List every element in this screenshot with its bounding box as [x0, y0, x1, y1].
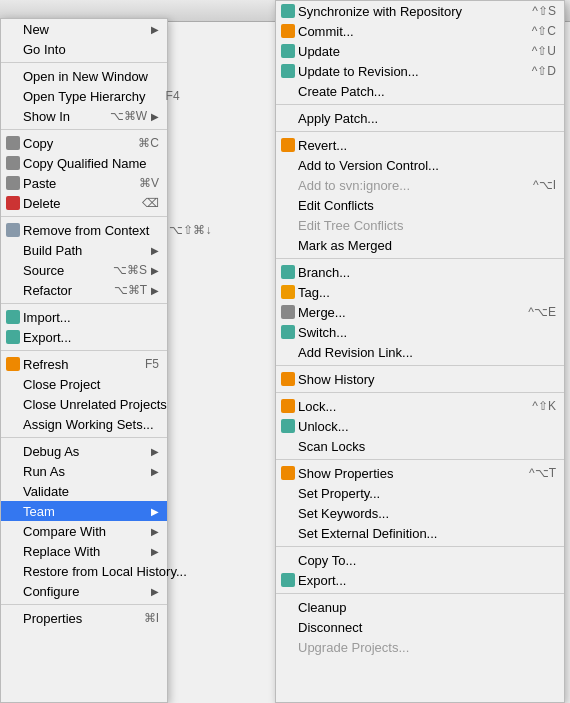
- right-menu-item-add-revision-link[interactable]: Add Revision Link...: [276, 342, 564, 362]
- shortcut-source: ⌥⌘S: [113, 263, 147, 277]
- right-separator: [276, 131, 564, 132]
- menu-item-build-path[interactable]: Build Path▶: [1, 240, 167, 260]
- menu-label-close-project: Close Project: [23, 377, 100, 392]
- menu-item-close-project[interactable]: Close Project: [1, 374, 167, 394]
- copy-icon: [5, 155, 21, 171]
- switch-icon: [280, 324, 296, 340]
- right-menu-item-show-history[interactable]: Show History: [276, 369, 564, 389]
- menu-item-validate[interactable]: Validate: [1, 481, 167, 501]
- right-menu-item-apply-patch[interactable]: Apply Patch...: [276, 108, 564, 128]
- delete-icon: [5, 195, 21, 211]
- menu-item-restore-from-local-history[interactable]: Restore from Local History...: [1, 561, 167, 581]
- right-menu-item-revert[interactable]: Revert...: [276, 135, 564, 155]
- right-menu-item-unlock[interactable]: Unlock...: [276, 416, 564, 436]
- right-menu-item-merge[interactable]: Merge...^⌥E: [276, 302, 564, 322]
- right-menu-item-update-to-revision[interactable]: Update to Revision...^⇧D: [276, 61, 564, 81]
- right-menu-label-update-to-revision: Update to Revision...: [298, 64, 419, 79]
- right-menu-item-switch[interactable]: Switch...: [276, 322, 564, 342]
- menu-item-open-type-hierarchy[interactable]: Open Type HierarchyF4: [1, 86, 167, 106]
- right-menu-label-set-keywords: Set Keywords...: [298, 506, 389, 521]
- right-separator: [276, 104, 564, 105]
- right-shortcut-lock: ^⇧K: [532, 399, 556, 413]
- right-shortcut-merge: ^⌥E: [528, 305, 556, 319]
- menu-label-remove-from-context: Remove from Context: [23, 223, 149, 238]
- right-menu-item-add-to-version-control[interactable]: Add to Version Control...: [276, 155, 564, 175]
- right-menu-item-edit-conflicts[interactable]: Edit Conflicts: [276, 195, 564, 215]
- shortcut-copy: ⌘C: [138, 136, 159, 150]
- right-menu-item-update[interactable]: Update^⇧U: [276, 41, 564, 61]
- menu-item-team[interactable]: Team▶: [1, 501, 167, 521]
- menu-label-validate: Validate: [23, 484, 69, 499]
- shortcut-refactor: ⌥⌘T: [114, 283, 147, 297]
- right-menu-item-export-right[interactable]: Export...: [276, 570, 564, 590]
- menu-item-configure[interactable]: Configure▶: [1, 581, 167, 601]
- right-menu-label-set-property: Set Property...: [298, 486, 380, 501]
- menu-item-export[interactable]: Export...: [1, 327, 167, 347]
- menu-item-copy[interactable]: Copy⌘C: [1, 133, 167, 153]
- right-menu-label-update: Update: [298, 44, 340, 59]
- menu-item-close-unrelated-projects[interactable]: Close Unrelated Projects: [1, 394, 167, 414]
- right-menu-item-disconnect[interactable]: Disconnect: [276, 617, 564, 637]
- commit-icon: [280, 23, 296, 39]
- right-menu-item-sync-repo[interactable]: Synchronize with Repository^⇧S: [276, 1, 564, 21]
- right-menu-label-show-history: Show History: [298, 372, 375, 387]
- right-menu-item-copy-to[interactable]: Copy To...: [276, 550, 564, 570]
- right-menu-item-lock[interactable]: Lock...^⇧K: [276, 396, 564, 416]
- right-menu-item-set-external-definition[interactable]: Set External Definition...: [276, 523, 564, 543]
- sync-icon: [280, 3, 296, 19]
- menu-label-properties: Properties: [23, 611, 82, 626]
- menu-item-debug-as[interactable]: Debug As▶: [1, 441, 167, 461]
- arrow-source: ▶: [151, 265, 159, 276]
- arrow-build-path: ▶: [151, 245, 159, 256]
- right-menu-label-sync-repo: Synchronize with Repository: [298, 4, 462, 19]
- arrow-team: ▶: [151, 506, 159, 517]
- right-menu-item-cleanup[interactable]: Cleanup: [276, 597, 564, 617]
- menu-item-import[interactable]: Import...: [1, 307, 167, 327]
- menu-item-paste[interactable]: Paste⌘V: [1, 173, 167, 193]
- arrow-new: ▶: [151, 24, 159, 35]
- menu-item-refresh[interactable]: RefreshF5: [1, 354, 167, 374]
- right-menu-label-export-right: Export...: [298, 573, 346, 588]
- menu-label-open-type-hierarchy: Open Type Hierarchy: [23, 89, 146, 104]
- right-menu-item-scan-locks[interactable]: Scan Locks: [276, 436, 564, 456]
- menu-item-open-new-window[interactable]: Open in New Window: [1, 66, 167, 86]
- right-menu-item-tag[interactable]: Tag...: [276, 282, 564, 302]
- menu-item-compare-with[interactable]: Compare With▶: [1, 521, 167, 541]
- menu-item-go-into[interactable]: Go Into: [1, 39, 167, 59]
- menu-label-replace-with: Replace With: [23, 544, 100, 559]
- arrow-configure: ▶: [151, 586, 159, 597]
- right-menu-label-unlock: Unlock...: [298, 419, 349, 434]
- right-menu-item-show-properties[interactable]: Show Properties^⌥T: [276, 463, 564, 483]
- menu-label-build-path: Build Path: [23, 243, 82, 258]
- menu-item-new[interactable]: New▶: [1, 19, 167, 39]
- right-menu-item-branch[interactable]: Branch...: [276, 262, 564, 282]
- right-menu-label-edit-tree-conflicts: Edit Tree Conflicts: [298, 218, 404, 233]
- right-menu-item-set-keywords[interactable]: Set Keywords...: [276, 503, 564, 523]
- right-menu-item-commit[interactable]: Commit...^⇧C: [276, 21, 564, 41]
- right-menu-label-disconnect: Disconnect: [298, 620, 362, 635]
- right-shortcut-sync-repo: ^⇧S: [532, 4, 556, 18]
- shortcut-refresh: F5: [145, 357, 159, 371]
- menu-item-source[interactable]: Source⌥⌘S▶: [1, 260, 167, 280]
- right-menu-item-set-property[interactable]: Set Property...: [276, 483, 564, 503]
- menu-item-properties[interactable]: Properties⌘I: [1, 608, 167, 628]
- remove-icon: [5, 222, 21, 238]
- menu-item-replace-with[interactable]: Replace With▶: [1, 541, 167, 561]
- menu-item-remove-from-context[interactable]: Remove from Context⌥⇧⌘↓: [1, 220, 167, 240]
- menu-label-refresh: Refresh: [23, 357, 69, 372]
- right-menu-label-tag: Tag...: [298, 285, 330, 300]
- right-menu-item-edit-tree-conflicts: Edit Tree Conflicts: [276, 215, 564, 235]
- right-shortcut-show-properties: ^⌥T: [529, 466, 556, 480]
- menu-item-delete[interactable]: Delete⌫: [1, 193, 167, 213]
- menu-label-new: New: [23, 22, 49, 37]
- menu-item-refactor[interactable]: Refactor⌥⌘T▶: [1, 280, 167, 300]
- menu-item-show-in[interactable]: Show In⌥⌘W▶: [1, 106, 167, 126]
- right-menu-item-create-patch[interactable]: Create Patch...: [276, 81, 564, 101]
- right-menu-item-mark-as-merged[interactable]: Mark as Merged: [276, 235, 564, 255]
- menu-item-assign-working-sets[interactable]: Assign Working Sets...: [1, 414, 167, 434]
- shortcut-paste: ⌘V: [139, 176, 159, 190]
- menu-item-copy-qualified-name[interactable]: Copy Qualified Name: [1, 153, 167, 173]
- menu-item-run-as[interactable]: Run As▶: [1, 461, 167, 481]
- right-menu-item-add-to-svn-ignore: Add to svn:ignore...^⌥I: [276, 175, 564, 195]
- separator: [1, 129, 167, 130]
